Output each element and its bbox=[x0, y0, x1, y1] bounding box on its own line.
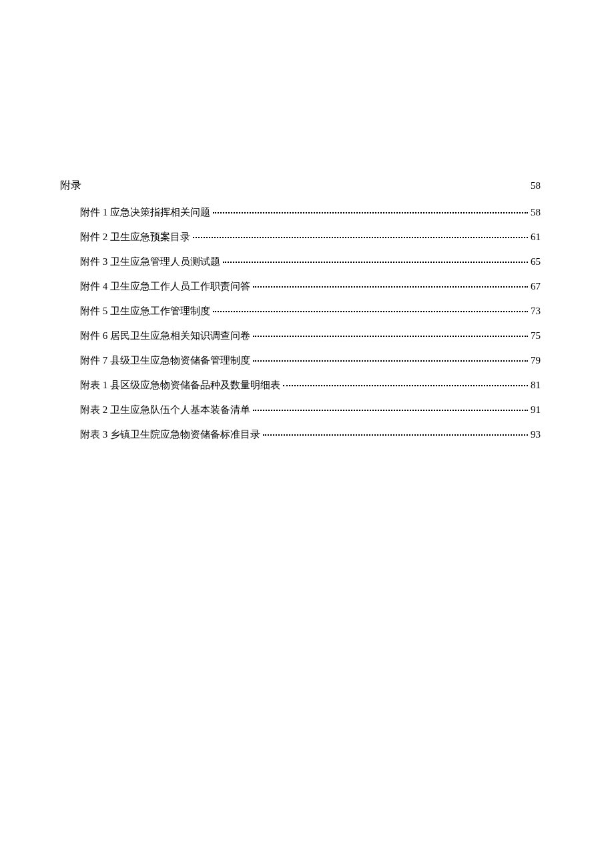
section-title: 附录 bbox=[60, 179, 81, 193]
toc-leader-dots bbox=[193, 237, 528, 238]
toc-entry: 附件 5 卫生应急工作管理制度 73 bbox=[60, 305, 554, 318]
toc-entry: 附件 4 卫生应急工作人员工作职责问答 67 bbox=[60, 280, 554, 293]
toc-entry: 附表 3 乡镇卫生院应急物资储备标准目录 93 bbox=[60, 428, 554, 441]
toc-entry-label: 附件 6 居民卫生应急相关知识调查问卷 bbox=[80, 330, 250, 342]
toc-entry: 附表 1 县区级应急物资储备品种及数量明细表 81 bbox=[60, 379, 554, 392]
toc-entry: 附表 2 卫生应急队伍个人基本装备清单 91 bbox=[60, 404, 554, 416]
toc-entry-page: 79 bbox=[531, 355, 541, 366]
section-page-number: 58 bbox=[531, 180, 554, 191]
toc-entry-label: 附表 1 县区级应急物资储备品种及数量明细表 bbox=[80, 379, 280, 392]
toc-leader-dots bbox=[283, 385, 528, 386]
toc-entry: 附件 2 卫生应急预案目录 61 bbox=[60, 231, 554, 244]
toc-entry: 附件 7 县级卫生应急物资储备管理制度 79 bbox=[60, 354, 554, 367]
toc-entry-page: 73 bbox=[531, 306, 541, 317]
toc-entry-label: 附件 3 卫生应急管理人员测试题 bbox=[80, 256, 220, 268]
toc-entry-label: 附件 4 卫生应急工作人员工作职责问答 bbox=[80, 280, 250, 293]
toc-entry-label: 附件 1 应急决策指挥相关问题 bbox=[80, 206, 210, 219]
toc-entry-label: 附件 5 卫生应急工作管理制度 bbox=[80, 305, 210, 318]
page-content: 附录 58 附件 1 应急决策指挥相关问题 58 附件 2 卫生应急预案目录 6… bbox=[60, 179, 554, 453]
toc-entry-label: 附表 3 乡镇卫生院应急物资储备标准目录 bbox=[80, 428, 260, 441]
toc-entry-page: 67 bbox=[531, 281, 541, 292]
toc-leader-dots bbox=[213, 212, 528, 213]
toc-leader-dots bbox=[253, 336, 528, 337]
toc-entry-page: 65 bbox=[531, 256, 541, 268]
toc-entry: 附件 1 应急决策指挥相关问题 58 bbox=[60, 206, 554, 219]
toc-entry-page: 58 bbox=[531, 207, 541, 218]
toc-leader-dots bbox=[213, 311, 528, 312]
toc-entry: 附件 3 卫生应急管理人员测试题 65 bbox=[60, 256, 554, 268]
section-header: 附录 58 bbox=[60, 179, 554, 193]
toc-entry-page: 81 bbox=[531, 380, 541, 391]
toc-leader-dots bbox=[253, 286, 528, 288]
toc-leader-dots bbox=[253, 360, 528, 362]
toc-entry-label: 附件 2 卫生应急预案目录 bbox=[80, 231, 190, 244]
toc-entry-page: 91 bbox=[531, 404, 541, 416]
toc-entry-label: 附表 2 卫生应急队伍个人基本装备清单 bbox=[80, 404, 250, 416]
toc-entry-page: 75 bbox=[531, 330, 541, 342]
toc-entry-page: 93 bbox=[531, 429, 541, 440]
toc-leader-dots bbox=[253, 410, 528, 411]
toc-leader-dots bbox=[223, 262, 528, 263]
toc-entry-label: 附件 7 县级卫生应急物资储备管理制度 bbox=[80, 354, 250, 367]
toc-entry: 附件 6 居民卫生应急相关知识调查问卷 75 bbox=[60, 330, 554, 342]
toc-leader-dots bbox=[263, 434, 528, 436]
toc-entry-page: 61 bbox=[531, 232, 541, 243]
